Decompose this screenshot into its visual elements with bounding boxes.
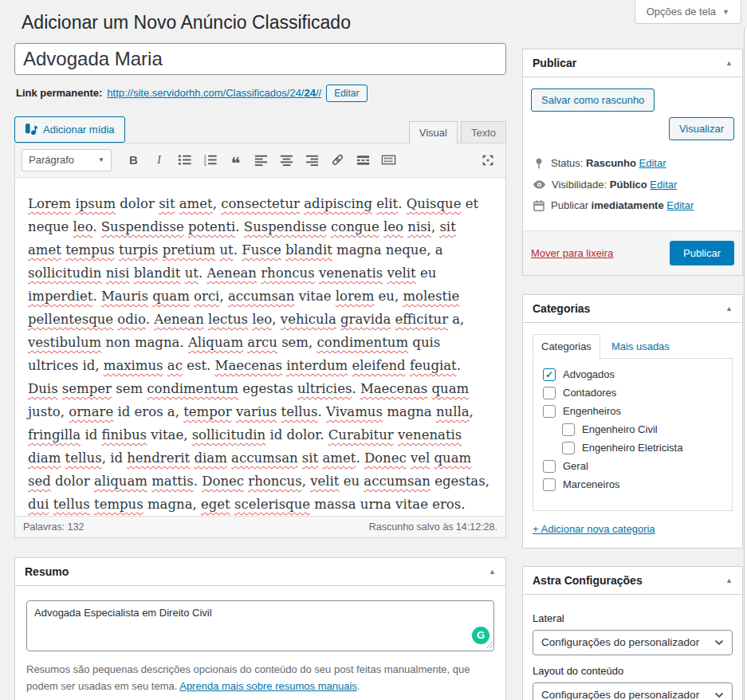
read-more-icon — [356, 152, 371, 167]
numbered-list-button[interactable]: 1 2 3 — [199, 150, 222, 171]
category-label: Marceneiros — [563, 478, 620, 490]
bullet-list-button[interactable] — [173, 150, 196, 171]
blockquote-button[interactable]: ❝ — [224, 150, 247, 171]
content-layout-select[interactable]: Configurações do personalizador — [533, 682, 733, 700]
publish-panel-header[interactable]: Publicar ▲ — [523, 49, 742, 77]
toolbar-toggle-button[interactable] — [377, 150, 400, 171]
autosave-status: Rascunho salvo às 14:12:28. — [369, 521, 497, 533]
align-left-button[interactable] — [250, 150, 273, 171]
checkbox-icon[interactable] — [543, 387, 556, 399]
excerpt-help-link[interactable]: Aprenda mais sobre resumos manuais — [179, 680, 357, 692]
tab-all-categories[interactable]: Categorias — [533, 334, 600, 359]
main-column: Link permanente: http://site.servidorhh.… — [14, 43, 506, 700]
svg-text:3: 3 — [203, 161, 206, 167]
window-edge-line — [744, 29, 745, 700]
preview-button[interactable]: Visualizar — [669, 117, 734, 140]
checkbox-icon[interactable] — [543, 478, 556, 491]
add-new-category-link[interactable]: + Adicionar nova categoria — [533, 523, 655, 535]
category-item-geral[interactable]: Geral — [543, 460, 722, 473]
category-label: Geral — [563, 460, 588, 472]
publish-panel-title: Publicar — [533, 57, 576, 69]
align-right-button[interactable] — [301, 150, 324, 171]
checkbox-icon[interactable] — [562, 423, 575, 436]
chevron-down-icon: ▼ — [722, 8, 729, 16]
permalink-label: Link permanente: — [16, 87, 102, 99]
bold-icon: B — [129, 153, 138, 167]
schedule-label: Publicar — [551, 199, 588, 211]
editor-toolbar: Parágrafo ▼ B I 1 2 3 — [15, 144, 505, 178]
add-media-label: Adicionar mídia — [43, 124, 115, 135]
categories-panel-header[interactable]: Categorias ▲ — [523, 295, 742, 323]
tab-visual[interactable]: Visual — [409, 121, 458, 144]
italic-button[interactable]: I — [147, 150, 171, 171]
grammarly-icon[interactable]: G — [472, 627, 489, 644]
checkbox-icon[interactable] — [543, 460, 556, 473]
excerpt-panel-body: Advogada Especialista em Direito Civil G… — [15, 586, 505, 700]
grammarly-g-label: G — [477, 629, 485, 641]
permalink-prefix: http://site.servidorhh.com/Classificados… — [107, 87, 304, 99]
distraction-free-button[interactable] — [476, 150, 499, 171]
permalink-suffix: // — [316, 87, 321, 99]
collapse-icon[interactable]: ▲ — [725, 59, 733, 67]
editor: Parágrafo ▼ B I 1 2 3 — [14, 143, 506, 538]
add-media-button[interactable]: Adicionar mídia — [14, 116, 125, 143]
excerpt-textarea[interactable]: Advogada Especialista em Direito Civil — [26, 600, 494, 651]
insert-link-button[interactable] — [326, 150, 349, 171]
category-item-advogados[interactable]: ✓ Advogados — [543, 368, 722, 381]
save-draft-button[interactable]: Salvar como rascunho — [531, 88, 655, 112]
categories-panel: Categorias ▲ Categorias Mais usadas ✓ Ad… — [522, 294, 743, 549]
categories-tabs: Categorias Mais usadas — [533, 334, 733, 358]
visibility-edit-link[interactable]: Editar — [650, 179, 677, 191]
checkbox-checked-icon[interactable]: ✓ — [543, 368, 556, 381]
schedule-edit-link[interactable]: Editar — [666, 199, 694, 211]
publish-panel: Publicar ▲ Salvar como rascunho Visualiz… — [522, 49, 743, 276]
eye-icon — [533, 178, 546, 191]
post-title-input[interactable] — [14, 43, 506, 75]
status-value: Rascunho — [586, 157, 636, 169]
collapse-icon[interactable]: ▲ — [489, 568, 496, 576]
link-icon — [330, 152, 345, 167]
editor-content[interactable]: Lorem ipsum dolor sit amet, consectetur … — [15, 178, 505, 516]
category-item-contadores[interactable]: Contadores — [543, 387, 722, 399]
paragraph-format-dropdown[interactable]: Parágrafo ▼ — [22, 149, 112, 171]
italic-icon: I — [157, 153, 161, 167]
category-item-marceneiros[interactable]: Marceneiros — [543, 478, 722, 491]
tab-texto[interactable]: Texto — [461, 121, 506, 144]
side-column: Publicar ▲ Salvar como rascunho Visualiz… — [522, 43, 743, 700]
read-more-tag-button[interactable] — [352, 150, 375, 171]
chevron-down-icon — [714, 692, 724, 698]
astra-panel-title: Astra Configurações — [533, 574, 643, 587]
astra-panel-header[interactable]: Astra Configurações ▲ — [523, 567, 742, 595]
category-label: Contadores — [563, 387, 616, 399]
status-edit-link[interactable]: Editar — [639, 157, 666, 169]
content-columns: Link permanente: http://site.servidorhh.… — [0, 43, 747, 700]
checkbox-icon[interactable] — [562, 442, 575, 454]
align-center-button[interactable] — [275, 150, 298, 171]
permalink-edit-button[interactable]: Editar — [326, 85, 367, 102]
collapse-icon[interactable]: ▲ — [725, 305, 733, 313]
screen-options-button[interactable]: Opções de tela ▼ — [635, 0, 741, 24]
move-to-trash-link[interactable]: Mover para lixeira — [531, 247, 613, 259]
word-count-label: Palavras: — [23, 521, 65, 533]
collapse-icon[interactable]: ▲ — [725, 576, 733, 584]
category-item-engenheiro-civil[interactable]: Engenheiro Civil — [562, 423, 722, 436]
permalink-row: Link permanente: http://site.servidorhh.… — [16, 85, 506, 102]
bullet-list-icon — [177, 152, 192, 167]
permalink-link[interactable]: http://site.servidorhh.com/Classificados… — [107, 87, 321, 99]
format-label: Parágrafo — [29, 154, 74, 166]
category-item-engenheiro-eletricista[interactable]: Engenheiro Eletricista — [562, 442, 722, 454]
bold-button[interactable]: B — [122, 150, 145, 171]
visibility-label: Visibilidade: — [552, 179, 607, 191]
publish-button[interactable]: Publicar — [670, 241, 734, 265]
checkbox-icon[interactable] — [543, 405, 556, 418]
excerpt-panel-header[interactable]: Resumo ▲ — [15, 558, 505, 586]
content-layout-field-label: Layout do conteúdo — [533, 665, 733, 677]
excerpt-panel: Resumo ▲ Advogada Especialista em Direit… — [14, 557, 506, 700]
categories-panel-title: Categorias — [533, 302, 590, 315]
sidebar-select-value: Configurações do personalizador — [541, 636, 699, 648]
tab-most-used[interactable]: Mais usadas — [600, 335, 678, 358]
sidebar-select[interactable]: Configurações do personalizador — [533, 630, 733, 655]
category-item-engenheiros[interactable]: Engenheiros — [543, 405, 722, 418]
category-label: Engenheiros — [563, 405, 621, 417]
media-icon — [25, 123, 38, 136]
